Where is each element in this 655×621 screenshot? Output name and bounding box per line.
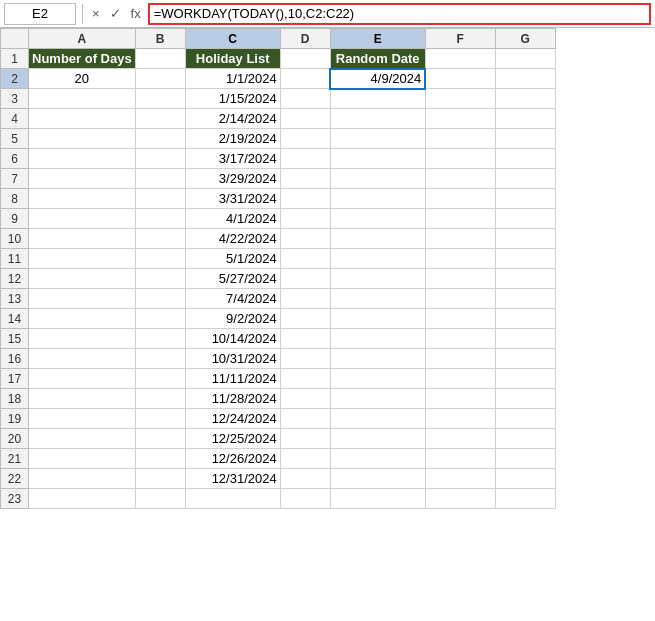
cell-e23[interactable] [330,489,425,509]
cell-b12[interactable] [135,269,185,289]
cell-e1[interactable]: Random Date [330,49,425,69]
cell-a5[interactable] [29,129,136,149]
cell-g5[interactable] [495,129,555,149]
cell-a10[interactable] [29,229,136,249]
cell-f17[interactable] [425,369,495,389]
cell-c6[interactable]: 3/17/2024 [185,149,280,169]
cell-d15[interactable] [280,329,330,349]
cell-d9[interactable] [280,209,330,229]
cell-d20[interactable] [280,429,330,449]
cell-f9[interactable] [425,209,495,229]
cell-b23[interactable] [135,489,185,509]
cell-e14[interactable] [330,309,425,329]
cell-c11[interactable]: 5/1/2024 [185,249,280,269]
cell-g10[interactable] [495,229,555,249]
cell-a16[interactable] [29,349,136,369]
col-header-e[interactable]: E [330,29,425,49]
cell-f5[interactable] [425,129,495,149]
cell-f13[interactable] [425,289,495,309]
cell-b21[interactable] [135,449,185,469]
cell-d3[interactable] [280,89,330,109]
fx-icon[interactable]: fx [128,4,144,23]
cell-e11[interactable] [330,249,425,269]
cell-g11[interactable] [495,249,555,269]
cell-f12[interactable] [425,269,495,289]
cell-d10[interactable] [280,229,330,249]
cell-e20[interactable] [330,429,425,449]
cell-d12[interactable] [280,269,330,289]
cell-c5[interactable]: 2/19/2024 [185,129,280,149]
cell-g16[interactable] [495,349,555,369]
cell-reference-box[interactable]: E2 [4,3,76,25]
cell-f3[interactable] [425,89,495,109]
cell-g6[interactable] [495,149,555,169]
col-header-b[interactable]: B [135,29,185,49]
cell-b11[interactable] [135,249,185,269]
cell-d11[interactable] [280,249,330,269]
cell-d23[interactable] [280,489,330,509]
cell-g9[interactable] [495,209,555,229]
cell-c15[interactable]: 10/14/2024 [185,329,280,349]
cell-c21[interactable]: 12/26/2024 [185,449,280,469]
cell-c2[interactable]: 1/1/2024 [185,69,280,89]
cell-a17[interactable] [29,369,136,389]
cell-c18[interactable]: 11/28/2024 [185,389,280,409]
cell-d18[interactable] [280,389,330,409]
formula-input[interactable] [148,3,651,25]
cell-e17[interactable] [330,369,425,389]
cell-g21[interactable] [495,449,555,469]
col-header-f[interactable]: F [425,29,495,49]
cell-d8[interactable] [280,189,330,209]
cell-e6[interactable] [330,149,425,169]
cell-b4[interactable] [135,109,185,129]
cell-b19[interactable] [135,409,185,429]
cell-f19[interactable] [425,409,495,429]
cell-d4[interactable] [280,109,330,129]
cell-b7[interactable] [135,169,185,189]
cell-a3[interactable] [29,89,136,109]
cell-g8[interactable] [495,189,555,209]
cell-e5[interactable] [330,129,425,149]
cell-e19[interactable] [330,409,425,429]
cell-d14[interactable] [280,309,330,329]
cell-e13[interactable] [330,289,425,309]
cell-c10[interactable]: 4/22/2024 [185,229,280,249]
cell-d6[interactable] [280,149,330,169]
cell-e3[interactable] [330,89,425,109]
col-header-a[interactable]: A [29,29,136,49]
cell-b17[interactable] [135,369,185,389]
cell-e15[interactable] [330,329,425,349]
cell-f20[interactable] [425,429,495,449]
cell-b22[interactable] [135,469,185,489]
col-header-g[interactable]: G [495,29,555,49]
cell-b13[interactable] [135,289,185,309]
cell-c7[interactable]: 3/29/2024 [185,169,280,189]
cell-a8[interactable] [29,189,136,209]
cell-a7[interactable] [29,169,136,189]
cell-f14[interactable] [425,309,495,329]
cell-c23[interactable] [185,489,280,509]
cell-g2[interactable] [495,69,555,89]
cell-g7[interactable] [495,169,555,189]
cell-d19[interactable] [280,409,330,429]
cell-e22[interactable] [330,469,425,489]
cell-f11[interactable] [425,249,495,269]
cell-f8[interactable] [425,189,495,209]
cell-c8[interactable]: 3/31/2024 [185,189,280,209]
cell-c16[interactable]: 10/31/2024 [185,349,280,369]
cell-g18[interactable] [495,389,555,409]
cell-f15[interactable] [425,329,495,349]
cell-a22[interactable] [29,469,136,489]
cell-a2[interactable]: 20 [29,69,136,89]
cell-e21[interactable] [330,449,425,469]
cell-d2[interactable] [280,69,330,89]
cell-f6[interactable] [425,149,495,169]
cell-f1[interactable] [425,49,495,69]
cell-d1[interactable] [280,49,330,69]
cell-g4[interactable] [495,109,555,129]
cell-g15[interactable] [495,329,555,349]
cell-d13[interactable] [280,289,330,309]
cell-e10[interactable] [330,229,425,249]
cancel-icon[interactable]: × [89,4,103,23]
cell-a23[interactable] [29,489,136,509]
